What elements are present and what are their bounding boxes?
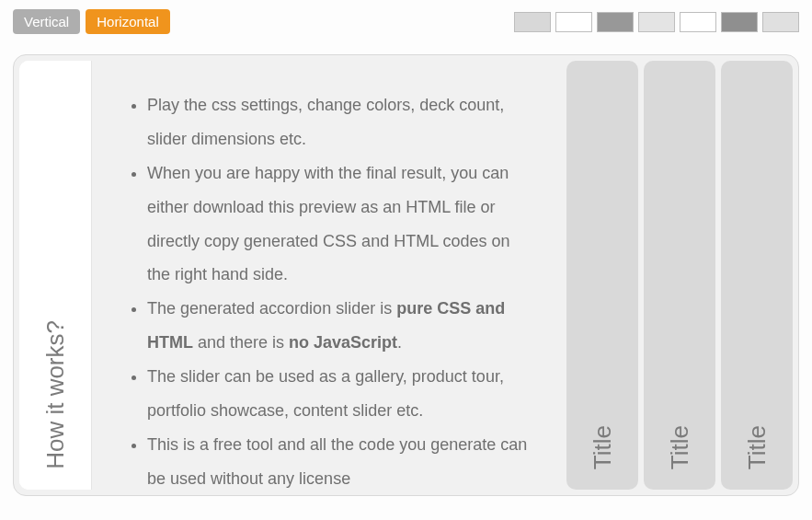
accordion-tab-active[interactable]: How it works? (19, 61, 91, 490)
top-bar: Vertical Horizontal (0, 0, 812, 34)
color-swatch-0[interactable] (514, 12, 551, 32)
color-swatch-6[interactable] (762, 12, 799, 32)
content-item: This is a free tool and all the code you… (147, 428, 533, 490)
content-list: Play the css settings, change colors, de… (110, 88, 533, 490)
accordion-tab-label: How it works? (41, 320, 70, 469)
color-swatch-2[interactable] (597, 12, 634, 32)
color-swatches (514, 12, 799, 32)
color-swatch-1[interactable] (555, 12, 592, 32)
vertical-button[interactable]: Vertical (13, 9, 80, 34)
accordion-content[interactable]: Play the css settings, change colors, de… (91, 61, 561, 490)
accordion-tab-label: Title (666, 425, 694, 469)
horizontal-button[interactable]: Horizontal (86, 9, 170, 34)
content-item: Play the css settings, change colors, de… (147, 88, 533, 156)
color-swatch-3[interactable] (638, 12, 675, 32)
orientation-toggle: Vertical Horizontal (13, 9, 170, 34)
color-swatch-5[interactable] (721, 12, 758, 32)
accordion-tab[interactable]: Title (721, 61, 793, 490)
accordion-tab-label: Title (589, 425, 617, 469)
accordion-tab[interactable]: Title (644, 61, 715, 490)
accordion-panel-open: How it works? Play the css settings, cha… (19, 61, 561, 490)
accordion-panel-closed: Title (644, 61, 715, 490)
accordion-slider: How it works? Play the css settings, cha… (13, 54, 799, 496)
accordion-tab-label: Title (743, 425, 772, 469)
content-item: The slider can be used as a gallery, pro… (147, 360, 533, 428)
accordion-panel-closed: Title (721, 61, 793, 490)
accordion-tab[interactable]: Title (566, 61, 638, 490)
accordion-panel-closed: Title (566, 61, 638, 490)
content-item: When you are happy with the final result… (147, 156, 533, 293)
color-swatch-4[interactable] (680, 12, 716, 32)
content-item: The generated accordion slider is pure C… (147, 292, 533, 360)
